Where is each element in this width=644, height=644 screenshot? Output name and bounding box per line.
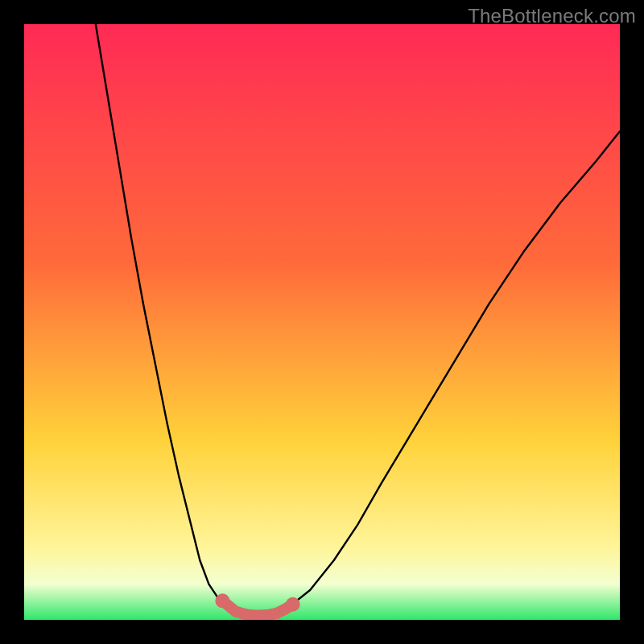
chart-frame: [24, 24, 620, 620]
valley-marker: [215, 593, 229, 608]
valley-marker: [240, 609, 251, 620]
valley-marker: [230, 606, 242, 617]
gradient-background: [24, 24, 620, 620]
watermark-text: TheBottleneck.com: [468, 5, 636, 27]
valley-marker: [286, 597, 300, 612]
bottleneck-chart: [24, 24, 620, 620]
